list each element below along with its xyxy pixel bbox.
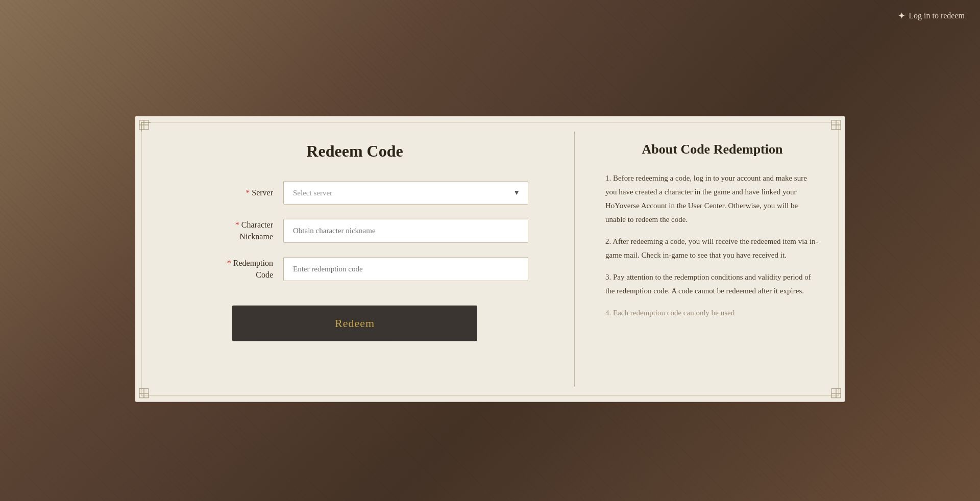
sparkle-icon: ✦ xyxy=(898,10,905,21)
login-link[interactable]: ✦ Log in to redeem xyxy=(898,10,965,21)
code-label-text: RedemptionCode xyxy=(233,259,273,279)
code-required-star: * xyxy=(227,259,231,267)
info-number-4: 4. xyxy=(605,309,611,317)
character-nickname-input[interactable] xyxy=(283,219,528,243)
character-nickname-row: *CharacterNickname xyxy=(181,219,528,243)
page-wrapper: ✦ Log in to redeem xyxy=(0,0,980,501)
nickname-required-star: * xyxy=(235,220,239,229)
right-panel-title: About Code Redemption xyxy=(605,142,819,157)
main-card: Redeem Code *Server Select server ▼ xyxy=(135,116,845,402)
server-label: *Server xyxy=(181,187,283,198)
character-nickname-label: *CharacterNickname xyxy=(181,219,283,242)
info-text-1: Before redeeming a code, log in to your … xyxy=(605,174,807,223)
info-item-1: 1. Before redeeming a code, log in to yo… xyxy=(605,171,819,227)
info-text-2: After redeeming a code, you will receive… xyxy=(605,237,818,259)
nickname-input-wrapper xyxy=(283,219,528,243)
form-title: Redeem Code xyxy=(306,142,403,161)
code-input-wrapper xyxy=(283,257,528,281)
info-item-4: 4. Each redemption code can only be used xyxy=(605,306,819,320)
server-required-star: * xyxy=(246,188,250,197)
info-number-1: 1. xyxy=(605,174,611,182)
info-number-3: 3. xyxy=(605,273,611,281)
login-label: Log in to redeem xyxy=(909,11,965,20)
info-number-2: 2. xyxy=(605,237,611,245)
info-text-4: Each redemption code can only be used xyxy=(613,309,734,317)
redeem-button-row: Redeem xyxy=(181,295,528,341)
server-input-wrapper: Select server ▼ xyxy=(283,181,528,205)
left-panel: Redeem Code *Server Select server ▼ xyxy=(135,116,574,402)
server-row: *Server Select server ▼ xyxy=(181,181,528,205)
server-select[interactable]: Select server xyxy=(283,181,528,205)
info-text-3: Pay attention to the redemption conditio… xyxy=(605,273,811,295)
info-item-3: 3. Pay attention to the redemption condi… xyxy=(605,270,819,298)
server-select-wrapper: Select server ▼ xyxy=(283,181,528,205)
info-item-2: 2. After redeeming a code, you will rece… xyxy=(605,235,819,262)
redemption-code-label: *RedemptionCode xyxy=(181,258,283,281)
right-panel: About Code Redemption 1. Before redeemin… xyxy=(575,116,845,402)
right-panel-content: 1. Before redeeming a code, log in to yo… xyxy=(605,171,819,320)
nickname-label-text: CharacterNickname xyxy=(239,220,273,240)
redemption-code-row: *RedemptionCode xyxy=(181,257,528,281)
redeem-form: *Server Select server ▼ *Chara xyxy=(181,181,528,341)
redeem-button[interactable]: Redeem xyxy=(232,306,477,341)
redemption-code-input[interactable] xyxy=(283,257,528,281)
